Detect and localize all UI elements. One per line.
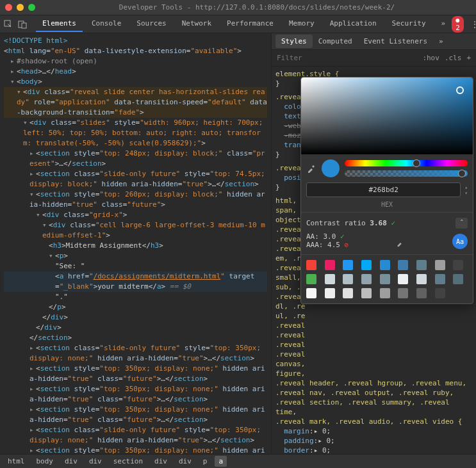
html-node[interactable]: <html lang="en-US" data-livestyle-extens… xyxy=(4,46,267,56)
section-node[interactable]: ▸<section style="top: 350px; display: no… xyxy=(4,446,267,454)
close-node[interactable]: </p> xyxy=(4,302,267,312)
palette-swatch[interactable] xyxy=(325,274,335,284)
tab-performance[interactable]: Performance xyxy=(220,16,280,32)
palette-swatch[interactable] xyxy=(380,288,390,298)
palette-swatch[interactable] xyxy=(398,274,408,284)
palette-swatch[interactable] xyxy=(325,260,335,270)
palette-swatch[interactable] xyxy=(325,288,335,298)
crumb-p[interactable]: p xyxy=(199,456,211,467)
palette-swatch[interactable] xyxy=(306,260,316,270)
head-node[interactable]: ▸<head>…</head> xyxy=(4,67,267,77)
color-field[interactable] xyxy=(301,77,473,154)
palette-swatch[interactable] xyxy=(306,288,316,298)
tab-application[interactable]: Application xyxy=(324,16,383,32)
palette-swatch[interactable] xyxy=(361,288,372,298)
palette-swatch[interactable] xyxy=(398,288,408,298)
close-node[interactable]: </section> xyxy=(4,333,267,343)
tab-memory[interactable]: Memory xyxy=(283,16,321,32)
rtabs-overflow[interactable]: » xyxy=(433,35,449,48)
cls-toggle[interactable]: .cls xyxy=(445,54,462,62)
section-node[interactable]: ▸<section class="slide-only future" styl… xyxy=(4,343,267,364)
color-picker-handle[interactable] xyxy=(456,86,464,94)
palette-swatch[interactable] xyxy=(343,288,353,298)
hex-input[interactable] xyxy=(306,182,461,197)
crumb-div[interactable]: div xyxy=(151,456,171,467)
hov-toggle[interactable]: :hov xyxy=(422,54,439,62)
p-node[interactable]: ▾<p> xyxy=(4,251,267,261)
inspect-icon[interactable] xyxy=(4,19,13,29)
palette-swatch[interactable] xyxy=(380,260,390,270)
hue-slider[interactable] xyxy=(345,160,468,166)
crumb-body[interactable]: body xyxy=(33,456,58,467)
palette-swatch[interactable] xyxy=(343,274,353,284)
minimize-window-icon[interactable] xyxy=(17,4,24,11)
a-node-selected[interactable]: <a href="/docs/assignments/midterm.html"… xyxy=(4,271,267,292)
palette-swatch[interactable] xyxy=(398,260,408,270)
tab-sources[interactable]: Sources xyxy=(130,16,172,32)
section-node[interactable]: ▸<section style="top: 350px; display: no… xyxy=(4,364,267,384)
palette-swatch[interactable] xyxy=(361,260,372,270)
cell-node[interactable]: ▾<div class="cell large-6 large-offset-3… xyxy=(4,220,267,241)
bg-eyedropper-icon[interactable] xyxy=(396,238,405,249)
dom-tree[interactable]: <!DOCTYPE html> <html lang="en-US" data-… xyxy=(0,33,271,454)
palette-swatch[interactable] xyxy=(343,260,353,270)
text-node[interactable]: "." xyxy=(4,292,267,302)
alpha-knob[interactable] xyxy=(458,170,466,177)
rtab-event-listeners[interactable]: Event Listeners xyxy=(358,35,433,48)
section-node[interactable]: ▸<section class="slide-only future" styl… xyxy=(4,169,267,190)
tab-security[interactable]: Security xyxy=(386,16,432,32)
palette-swatch[interactable] xyxy=(435,288,445,298)
text-node[interactable]: "See: " xyxy=(4,261,267,271)
close-node[interactable]: </div> xyxy=(4,323,267,333)
section-node[interactable]: ▸<section style="top: 248px; display: bl… xyxy=(4,149,267,169)
crumb-a[interactable]: a xyxy=(215,456,227,467)
eyedropper-icon[interactable] xyxy=(306,163,316,173)
tab-network[interactable]: Network xyxy=(176,16,218,32)
hue-knob[interactable] xyxy=(413,159,420,167)
styles-filter-input[interactable] xyxy=(277,54,417,62)
section-node[interactable]: ▸<section class="slide-only future" styl… xyxy=(4,425,267,446)
close-window-icon[interactable] xyxy=(5,4,12,11)
reveal-div-node[interactable]: ▾<div class="reveal slide center has-hor… xyxy=(4,87,267,118)
kebab-menu-icon[interactable]: ⋮ xyxy=(470,19,476,29)
new-rule-button[interactable]: + xyxy=(466,54,471,62)
tab-console[interactable]: Console xyxy=(85,16,127,32)
crumb-div[interactable]: div xyxy=(175,456,195,467)
crumb-section[interactable]: section xyxy=(110,456,147,467)
h3-node[interactable]: <h3>Midterm Assignment</h3> xyxy=(4,241,267,251)
maximize-window-icon[interactable] xyxy=(28,4,35,11)
rtab-styles[interactable]: Styles xyxy=(275,35,313,48)
palette-swatch[interactable] xyxy=(435,260,445,270)
palette-swatch[interactable] xyxy=(435,274,445,284)
device-toggle-icon[interactable] xyxy=(18,19,27,29)
palette-swatch[interactable] xyxy=(453,288,463,298)
tab-elements[interactable]: Elements xyxy=(36,16,83,32)
shadow-root-node[interactable]: ▸#shadow-root (open) xyxy=(4,56,267,67)
section-node[interactable]: ▸<section style="top: 350px; display: no… xyxy=(4,384,267,405)
palette-swatch[interactable] xyxy=(416,274,427,284)
palette-swatch[interactable] xyxy=(416,260,427,270)
palette-swatch[interactable] xyxy=(306,274,316,284)
crumb-html[interactable]: html xyxy=(4,456,29,467)
body-node[interactable]: ▾<body> xyxy=(4,77,267,87)
palette-swatch[interactable] xyxy=(361,274,372,284)
doctype-node[interactable]: <!DOCTYPE html> xyxy=(4,36,267,46)
format-toggle-icon[interactable]: ▴▾ xyxy=(464,182,468,197)
close-node[interactable]: </div> xyxy=(4,312,267,323)
rtab-computed[interactable]: Computed xyxy=(313,35,358,48)
palette-swatch[interactable] xyxy=(453,274,463,284)
crumb-div[interactable]: div xyxy=(85,456,106,467)
error-badge[interactable]: ● 2 xyxy=(452,16,464,33)
section-node[interactable]: ▾<section style="top: 260px; display: bl… xyxy=(4,190,267,210)
styles-tabs: Styles Computed Event Listeners » xyxy=(272,33,476,50)
contrast-collapse-icon[interactable]: ˆ xyxy=(455,218,468,229)
tabs-overflow[interactable]: » xyxy=(435,16,452,32)
palette-swatch[interactable] xyxy=(380,274,390,284)
palette-swatch[interactable] xyxy=(453,260,463,270)
section-node[interactable]: ▸<section style="top: 350px; display: no… xyxy=(4,405,267,425)
gridx-node[interactable]: ▾<div class="grid-x"> xyxy=(4,210,267,220)
slides-div-node[interactable]: ▾<div class="slides" style="width: 960px… xyxy=(4,118,267,149)
crumb-div[interactable]: div xyxy=(61,456,81,467)
alpha-slider[interactable] xyxy=(345,170,468,177)
palette-swatch[interactable] xyxy=(416,288,427,298)
